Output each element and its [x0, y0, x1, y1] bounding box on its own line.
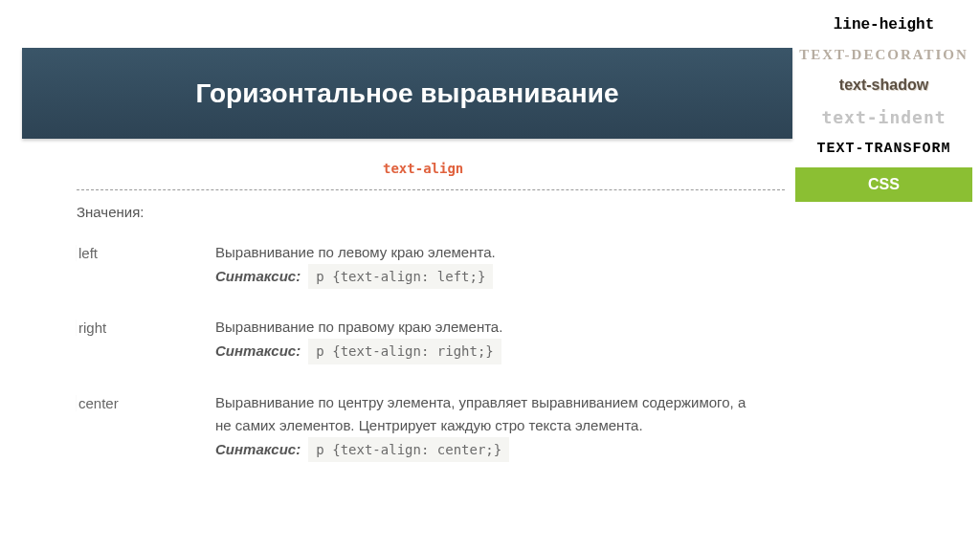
- sidebar: line-height TEXT-DECORATION text-shadow …: [795, 10, 972, 202]
- value-description: Выравнивание по левому краю элемента.: [215, 241, 766, 264]
- syntax-line: Синтаксис: p {text-align: center;}: [215, 437, 766, 462]
- syntax-label: Синтаксис:: [215, 268, 301, 284]
- syntax-label: Синтаксис:: [215, 342, 301, 359]
- value-desc: Выравнивание по центру элемента, управля…: [215, 391, 766, 462]
- value-desc: Выравнивание по правому краю элемента. С…: [215, 316, 766, 364]
- code-snippet: p {text-align: center;}: [308, 437, 509, 462]
- property-subtitle: text-align: [383, 161, 463, 176]
- syntax-line: Синтаксис: p {text-align: left;}: [215, 264, 766, 289]
- value-row-center: center Выравнивание по центру элемента, …: [77, 391, 766, 462]
- header-bar: Горизонтальное выравнивание: [22, 48, 792, 139]
- code-snippet: p {text-align: left;}: [308, 264, 493, 289]
- syntax-label: Синтаксис:: [215, 441, 301, 457]
- sidebar-item-text-decoration: TEXT-DECORATION: [795, 40, 972, 70]
- value-key: right: [77, 316, 215, 364]
- value-key: center: [77, 391, 215, 462]
- value-key: left: [77, 241, 215, 289]
- sidebar-item-text-indent: text-indent: [795, 100, 972, 134]
- value-desc: Выравнивание по левому краю элемента. Си…: [215, 241, 766, 289]
- value-description: Выравнивание по центру элемента, управля…: [215, 391, 766, 437]
- code-snippet: p {text-align: right;}: [308, 339, 501, 364]
- page-title: Горизонтальное выравнивание: [195, 78, 618, 109]
- value-row-right: right Выравнивание по правому краю элеме…: [77, 316, 766, 364]
- divider: [77, 189, 785, 190]
- content-area: Значения: left Выравнивание по левому кр…: [77, 201, 766, 489]
- sidebar-item-line-height: line-height: [795, 10, 972, 40]
- sidebar-item-text-shadow: text-shadow: [795, 70, 972, 100]
- value-row-left: left Выравнивание по левому краю элемент…: [77, 241, 766, 289]
- sidebar-css-badge: CSS: [795, 167, 972, 202]
- sidebar-item-text-transform: TEXT-TRANSFORM: [795, 134, 972, 164]
- values-label: Значения:: [77, 201, 766, 224]
- syntax-line: Синтаксис: p {text-align: right;}: [215, 339, 766, 364]
- value-description: Выравнивание по правому краю элемента.: [215, 316, 766, 339]
